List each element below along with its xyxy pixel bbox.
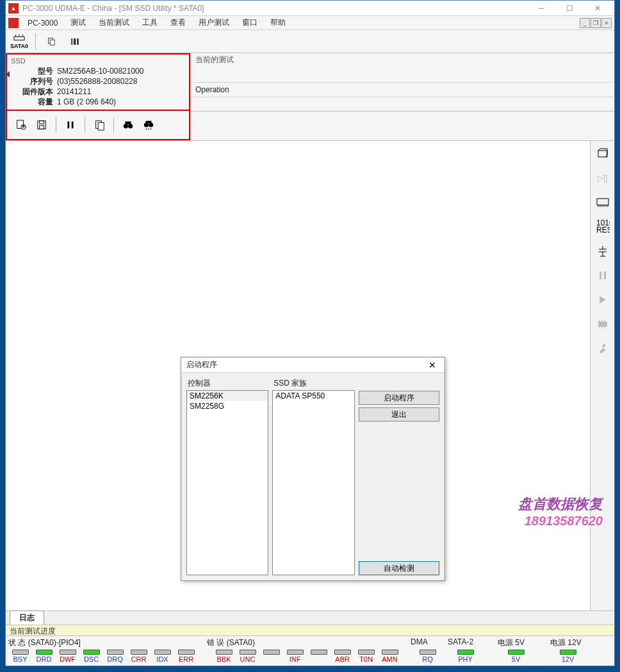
- copy-stack-icon: [46, 37, 58, 46]
- reset-button[interactable]: 1010RESET: [595, 219, 610, 234]
- menu-help[interactable]: 帮助: [264, 16, 292, 29]
- led-indicator: [382, 650, 398, 655]
- autodetect-button[interactable]: 自动检测: [359, 561, 439, 575]
- log-tab[interactable]: 日志: [10, 611, 44, 625]
- chip-tool-button[interactable]: [595, 146, 610, 161]
- menu-view[interactable]: 查看: [164, 16, 192, 29]
- led-cell: DSC: [79, 650, 103, 663]
- find-next-button[interactable]: [140, 116, 158, 134]
- app-icon: ▲: [8, 3, 19, 13]
- led-indicator: [178, 650, 195, 655]
- led-label: IDX: [156, 655, 168, 663]
- serial-label: 序列号: [11, 76, 57, 86]
- barcode-icon: [69, 37, 81, 46]
- mdi-minimize[interactable]: _: [580, 18, 590, 28]
- dialog-close-button[interactable]: ✕: [425, 359, 439, 372]
- menu-test[interactable]: 测试: [64, 16, 92, 29]
- svg-point-21: [124, 124, 128, 128]
- save-button[interactable]: [33, 116, 51, 134]
- status-p12-header: 电源 12V: [550, 637, 582, 648]
- pause-side-button[interactable]: [595, 268, 610, 283]
- startup-dialog: 启动程序 ✕ 控制器 SM2256K SM2258G SSD 家族 ADATA …: [181, 357, 445, 581]
- led-label: ERR: [179, 655, 193, 663]
- led-indicator: [154, 650, 171, 655]
- led-indicator: [12, 650, 29, 655]
- capacitor-button[interactable]: [595, 243, 610, 259]
- start-button[interactable]: 启动程序: [359, 391, 439, 405]
- ssd-info-panel: SSD 型号SM2256AB-10-00821000 序列号(03)552688…: [6, 53, 190, 111]
- copy-button[interactable]: [42, 33, 61, 51]
- sata-port-button[interactable]: SATA0: [10, 33, 29, 51]
- progress-bar: 当前测试进度: [6, 625, 614, 636]
- led-label: ABR: [335, 655, 350, 663]
- led-cell: 12V: [556, 650, 580, 663]
- led-label: RQ: [422, 655, 433, 663]
- chip-icon: [596, 147, 610, 161]
- close-button[interactable]: ✕: [583, 1, 612, 15]
- main-toolbar: SATA0: [6, 30, 614, 53]
- settings-button[interactable]: [595, 341, 610, 356]
- svg-rect-47: [604, 272, 606, 279]
- toolbar-separator: [113, 117, 114, 133]
- pause-button[interactable]: [61, 116, 79, 134]
- menu-user-test[interactable]: 用户测试: [192, 16, 236, 29]
- led-indicator: [263, 650, 280, 655]
- status-p5-header: 电源 5V: [498, 637, 550, 648]
- svg-text:RESET: RESET: [596, 225, 610, 234]
- svg-point-25: [149, 122, 153, 127]
- sata-label: SATA0: [10, 43, 28, 49]
- app-icon-small: [8, 18, 19, 28]
- led-indicator: [240, 650, 256, 655]
- list-item[interactable]: SM2258G: [187, 401, 268, 411]
- connector-icon: [13, 34, 25, 43]
- led-label: INF: [290, 655, 301, 663]
- list-item[interactable]: ADATA SP550: [273, 391, 354, 401]
- svg-point-28: [148, 128, 149, 129]
- status-err-header: 错 误 (SATA0): [207, 637, 411, 648]
- find-button[interactable]: [119, 116, 137, 134]
- led-label: DRD: [37, 655, 52, 663]
- minimize-button[interactable]: ─: [527, 1, 555, 15]
- chip2-button[interactable]: [595, 316, 610, 332]
- capacity-label: 容量: [11, 97, 57, 107]
- mdi-restore[interactable]: ❐: [591, 18, 601, 28]
- toolbar-separator: [85, 117, 85, 133]
- svg-rect-16: [39, 125, 44, 128]
- pause-icon: [598, 270, 608, 281]
- menu-window[interactable]: 窗口: [236, 16, 264, 29]
- mdi-close[interactable]: ×: [601, 18, 612, 28]
- clipboard-button[interactable]: [90, 116, 108, 134]
- firmware-label: 固件版本: [11, 86, 57, 97]
- barcode-button[interactable]: [65, 33, 85, 51]
- family-list[interactable]: ADATA SP550: [272, 390, 354, 575]
- led-label: T0N: [359, 655, 373, 663]
- led-cell: DWF: [56, 650, 79, 663]
- maximize-button[interactable]: ☐: [555, 1, 583, 15]
- collapse-icon[interactable]: [6, 71, 10, 78]
- play-side-button[interactable]: [595, 292, 610, 307]
- menu-tools[interactable]: 工具: [136, 16, 164, 29]
- led-cell: UNC: [236, 650, 259, 663]
- main-area: ▷[]◁ 1010RESET 启动程序 ✕ 控制器 SM2256K SM2258…: [6, 141, 614, 611]
- ram-tool-button[interactable]: [595, 195, 610, 210]
- svg-rect-14: [38, 120, 46, 129]
- svg-rect-32: [597, 199, 608, 205]
- controller-list[interactable]: SM2256K SM2258G: [186, 390, 268, 575]
- info-row: SSD 型号SM2256AB-10-00821000 序列号(03)552688…: [6, 53, 614, 111]
- menubar: PC-3000 测试 当前测试 工具 查看 用户测试 窗口 帮助 _ ❐ ×: [6, 16, 614, 30]
- led-cell: INF: [283, 650, 307, 663]
- list-item[interactable]: SM2256K: [187, 391, 268, 401]
- led-label: CRR: [131, 655, 147, 663]
- exit-button[interactable]: 退出: [359, 407, 439, 422]
- new-doc-button[interactable]: ✳: [12, 116, 30, 134]
- menu-current-test[interactable]: 当前测试: [92, 16, 136, 29]
- svg-rect-17: [68, 121, 70, 128]
- led-indicator: [560, 650, 576, 655]
- side-toolbar: ▷[]◁ 1010RESET: [590, 141, 614, 611]
- led-label: 5V: [512, 655, 520, 663]
- led-cell: T0N: [354, 650, 378, 663]
- led-cell: DRQ: [103, 650, 127, 663]
- family-label: SSD 家族: [272, 378, 354, 389]
- led-indicator: [131, 650, 147, 655]
- side-btn-2[interactable]: ▷[]◁: [595, 170, 610, 186]
